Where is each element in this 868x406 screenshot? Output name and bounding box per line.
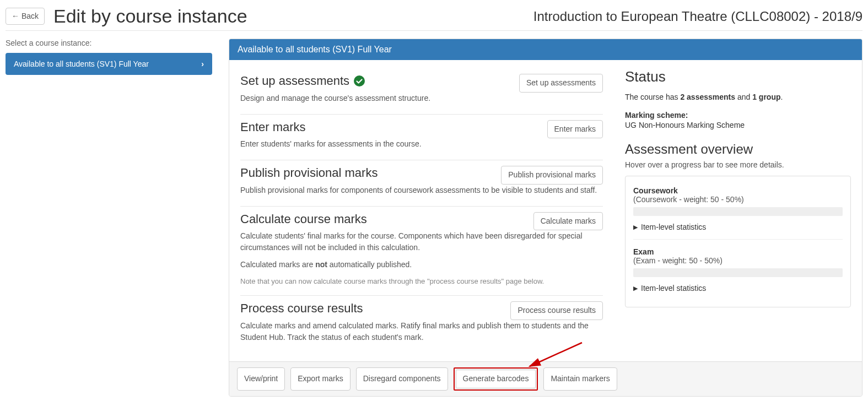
section-title: Set up assessments (240, 74, 349, 88)
export-marks-button[interactable]: Export marks (290, 367, 350, 391)
course-title: Introduction to European Theatre (CLLC08… (533, 9, 862, 24)
footer-toolbar: View/print Export marks Disregard compon… (229, 361, 862, 396)
section-setup-assessments: Set up assessments Set up assessments De… (240, 68, 603, 115)
overview-hint: Hover over a progress bar to see more de… (625, 160, 851, 169)
maintain-markers-button[interactable]: Maintain markers (543, 367, 617, 391)
triangle-right-icon: ▶ (633, 224, 638, 231)
progress-bar[interactable] (633, 268, 843, 277)
status-title: Status (625, 68, 851, 85)
main-panel: Available to all students (SV1) Full Yea… (229, 39, 862, 397)
panel-heading: Available to all students (SV1) Full Yea… (229, 39, 862, 60)
marking-scheme-value: UG Non-Honours Marking Scheme (625, 121, 851, 129)
section-enter-marks: Enter marks Enter marks Enter students' … (240, 115, 603, 161)
check-circle-icon (354, 75, 365, 86)
section-desc: Design and manage the course's assessmen… (240, 93, 603, 104)
section-title: Process course results (240, 301, 363, 316)
stats-label: Item-level statistics (641, 284, 706, 293)
back-button[interactable]: ← Back (6, 8, 45, 25)
status-column: Status The course has 2 assessments and … (614, 60, 862, 361)
enter-marks-button[interactable]: Enter marks (547, 120, 603, 139)
course-instance-label: Available to all students (SV1) Full Yea… (14, 59, 149, 68)
section-process-results: Process course results Process course re… (240, 296, 603, 353)
page-title: Edit by course instance (53, 6, 247, 27)
section-desc: Calculate students' final marks for the … (240, 230, 603, 253)
stats-label: Item-level statistics (641, 223, 706, 231)
item-level-stats-toggle[interactable]: ▶ Item-level statistics (633, 284, 843, 293)
setup-assessments-button[interactable]: Set up assessments (519, 74, 603, 93)
svg-point-0 (354, 75, 365, 86)
header-divider (6, 30, 862, 31)
overview-item-sub: (Exam - weight: 50 - 50%) (633, 256, 843, 265)
overview-item-name: Coursework (633, 186, 843, 195)
generate-barcodes-button[interactable]: Generate barcodes (456, 370, 536, 388)
section-title: Enter marks (240, 120, 306, 134)
arrow-left-icon: ← (12, 12, 19, 20)
item-level-stats-toggle[interactable]: ▶ Item-level statistics (633, 223, 843, 231)
course-instance-item[interactable]: Available to all students (SV1) Full Yea… (6, 53, 212, 75)
sections-column: Set up assessments Set up assessments De… (229, 60, 614, 361)
sidebar-label: Select a course instance: (6, 39, 212, 47)
overview-box: Coursework (Coursework - weight: 50 - 50… (625, 176, 851, 307)
overview-item-coursework: Coursework (Coursework - weight: 50 - 50… (633, 183, 843, 239)
overview-item-sub: (Coursework - weight: 50 - 50%) (633, 195, 843, 204)
sidebar: Select a course instance: Available to a… (6, 39, 212, 397)
overview-title: Assessment overview (625, 142, 851, 157)
disregard-components-button[interactable]: Disregard components (356, 367, 448, 391)
progress-bar[interactable] (633, 207, 843, 216)
section-calculate-marks: Calculate course marks Calculate marks C… (240, 207, 603, 296)
triangle-right-icon: ▶ (633, 285, 638, 292)
annotation-highlight: Generate barcodes (454, 367, 538, 391)
chevron-right-icon: › (201, 59, 204, 68)
section-desc: Enter students' marks for assessments in… (240, 138, 603, 150)
section-desc: Publish provisional marks for components… (240, 185, 603, 196)
back-label: Back (21, 12, 39, 20)
section-desc: Calculate marks and amend calculated mar… (240, 320, 603, 343)
view-print-button[interactable]: View/print (237, 367, 285, 391)
header-row: ← Back Edit by course instance Introduct… (6, 6, 862, 27)
overview-item-name: Exam (633, 247, 843, 256)
section-title: Publish provisional marks (240, 166, 378, 180)
status-summary: The course has 2 assessments and 1 group… (625, 91, 851, 103)
calculate-marks-button[interactable]: Calculate marks (533, 212, 603, 231)
marking-scheme-label: Marking scheme: (625, 111, 851, 120)
section-desc-secondary: Calculated marks are not automatically p… (240, 259, 603, 270)
section-title: Calculate course marks (240, 212, 367, 226)
publish-provisional-button[interactable]: Publish provisional marks (501, 166, 603, 185)
overview-item-exam: Exam (Exam - weight: 50 - 50%) ▶ Item-le… (633, 239, 843, 300)
section-publish-provisional: Publish provisional marks Publish provis… (240, 160, 603, 207)
process-results-button[interactable]: Process course results (510, 301, 603, 320)
section-note: Note that you can now calculate course m… (240, 277, 603, 285)
